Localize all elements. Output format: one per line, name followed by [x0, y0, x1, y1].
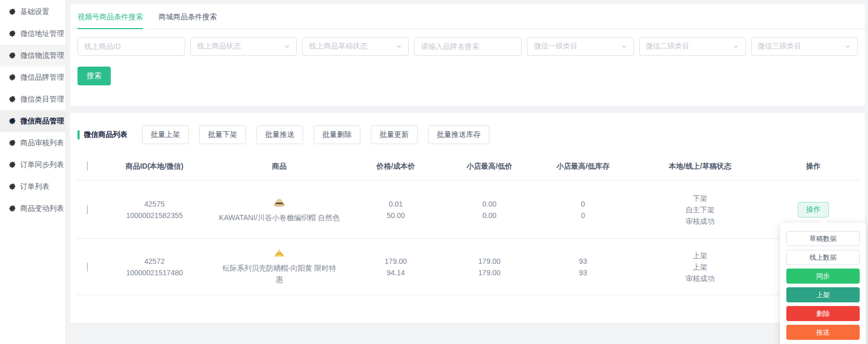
gear-icon	[9, 162, 16, 169]
chevron-down-icon	[284, 43, 290, 49]
gear-icon	[9, 206, 16, 212]
list-title: 微信商品列表	[84, 130, 127, 139]
batch-update-button[interactable]: 批量更新	[371, 125, 418, 144]
section-accent-bar	[77, 130, 80, 139]
chevron-down-icon	[733, 43, 739, 49]
batch-delete-button[interactable]: 批量删除	[314, 125, 360, 144]
search-panel: 视频号商品条件搜索 商城商品条件搜索 线上商品状态 线上商品草稿状态 微信一级类…	[70, 4, 865, 106]
tab-video-product-search[interactable]: 视频号商品条件搜索	[77, 12, 143, 29]
menu-item-draft-data[interactable]: 草稿数据	[786, 231, 860, 246]
sidebar: 基础设置 微信地址管理 微信物流管理 微信品牌管理 微信类目管理 微信商品管理 …	[0, 0, 66, 344]
sidebar-item-label: 微信商品管理	[20, 117, 64, 126]
sidebar-item-product-change-list[interactable]: 商品变动列表	[0, 198, 66, 220]
status-cell: 下架 自主下架 审核成功	[630, 193, 770, 227]
chevron-down-icon	[845, 43, 851, 49]
wechat-level3-category-select[interactable]: 微信三级类目	[751, 37, 858, 56]
col-product: 商品	[210, 160, 349, 172]
sidebar-item-wechat-address[interactable]: 微信地址管理	[0, 23, 66, 45]
batch-push-button[interactable]: 批量推送	[256, 125, 303, 144]
product-image[interactable]	[273, 196, 286, 211]
shop-price-cell: 179.00 179.00	[443, 256, 536, 278]
wechat-level1-category-select[interactable]: 微信一级类目	[527, 37, 633, 56]
sidebar-item-label: 微信物流管理	[20, 51, 64, 60]
search-button[interactable]: 搜索	[77, 67, 111, 85]
table-row: 42572 10000021517480 纭际系列贝壳防晒帽-向阳黄 限时特惠 …	[75, 239, 860, 295]
online-product-draft-status-select[interactable]: 线上商品草稿状态	[302, 37, 409, 56]
chevron-down-icon	[396, 43, 402, 49]
sidebar-item-label: 商品审核列表	[20, 138, 64, 148]
row-checkbox[interactable]	[87, 205, 88, 214]
select-all-checkbox[interactable]	[87, 161, 88, 171]
menu-item-onshelf[interactable]: 上架	[786, 287, 860, 302]
online-product-status-select[interactable]: 线上商品状态	[190, 37, 297, 56]
table-header-row: 商品ID(本地/微信) 商品 价格/成本价 小店最高/低价 小店最高/低库存 本…	[75, 151, 860, 181]
gear-icon	[9, 184, 16, 190]
gear-icon	[9, 118, 16, 125]
menu-item-delete[interactable]: 删除	[786, 306, 860, 321]
col-shop-stock: 小店最高/低库存	[536, 160, 630, 172]
sidebar-item-order-sync-list[interactable]: 订单同步列表	[0, 154, 66, 176]
menu-item-sync[interactable]: 同步	[786, 269, 860, 284]
col-shop-price: 小店最高/低价	[443, 160, 536, 172]
gear-icon	[9, 140, 16, 147]
menu-item-push[interactable]: 推送	[786, 325, 860, 340]
list-header: 微信商品列表 批量上架 批量下架 批量推送 批量删除 批量更新 批量推送库存	[70, 113, 865, 144]
batch-push-stock-button[interactable]: 批量推送库存	[428, 125, 489, 144]
brand-name-search-input[interactable]	[414, 37, 522, 56]
tab-mall-product-search[interactable]: 商城商品条件搜索	[159, 12, 217, 29]
product-id-cell: 42572 10000021517480	[99, 256, 210, 278]
sidebar-item-label: 订单列表	[20, 182, 49, 192]
gear-icon	[9, 53, 16, 59]
sidebar-item-label: 微信地址管理	[20, 29, 64, 39]
row-action-button[interactable]: 操作	[798, 202, 829, 218]
batch-offshelf-button[interactable]: 批量下架	[199, 125, 246, 144]
shop-stock-cell: 0 0	[536, 198, 630, 221]
gear-icon	[9, 9, 16, 16]
col-status: 本地/线上/草稿状态	[630, 160, 770, 172]
product-id-cell: 42575 10000021582355	[99, 198, 210, 221]
col-price-cost: 价格/成本价	[349, 160, 443, 172]
product-list-panel: 微信商品列表 批量上架 批量下架 批量推送 批量删除 批量更新 批量推送库存 商…	[70, 113, 865, 323]
gear-icon	[9, 74, 16, 81]
product-name[interactable]: KAWATANI/川谷小卷檐编织帽 自然色	[219, 212, 340, 223]
product-image[interactable]	[273, 248, 286, 261]
sidebar-item-wechat-category[interactable]: 微信类目管理	[0, 88, 66, 110]
col-action: 操作	[770, 160, 857, 172]
status-cell: 上架 上架 审核成功	[630, 250, 770, 284]
batch-onshelf-button[interactable]: 批量上架	[142, 125, 189, 144]
sidebar-item-label: 商品变动列表	[20, 204, 64, 213]
tab-bar: 视频号商品条件搜索 商城商品条件搜索	[70, 4, 865, 29]
shop-price-cell: 0.00 0.00	[443, 198, 536, 221]
product-table: 商品ID(本地/微信) 商品 价格/成本价 小店最高/低价 小店最高/低库存 本…	[75, 151, 860, 295]
col-product-id: 商品ID(本地/微信)	[99, 160, 210, 172]
sidebar-item-basic-settings[interactable]: 基础设置	[0, 1, 66, 23]
sidebar-item-label: 微信品牌管理	[20, 73, 64, 82]
gear-icon	[9, 96, 16, 103]
sidebar-item-wechat-logistics[interactable]: 微信物流管理	[0, 45, 66, 67]
chevron-down-icon	[621, 43, 627, 49]
wechat-level2-category-select[interactable]: 微信二级类目	[639, 37, 746, 56]
price-cost-cell: 0.01 50.00	[349, 198, 443, 221]
row-checkbox[interactable]	[87, 262, 88, 272]
app-screen: 基础设置 微信地址管理 微信物流管理 微信品牌管理 微信类目管理 微信商品管理 …	[0, 0, 868, 344]
sidebar-item-label: 订单同步列表	[20, 160, 64, 170]
product-name[interactable]: 纭际系列贝壳防晒帽-向阳黄 限时特惠	[219, 262, 340, 285]
product-cell: KAWATANI/川谷小卷檐编织帽 自然色	[210, 193, 349, 226]
sidebar-item-wechat-product[interactable]: 微信商品管理	[0, 110, 66, 132]
sidebar-item-label: 基础设置	[20, 7, 49, 17]
menu-item-online-data[interactable]: 线上数据	[786, 250, 860, 265]
product-cell: 纭际系列贝壳防晒帽-向阳黄 限时特惠	[210, 245, 349, 288]
shop-stock-cell: 93 93	[536, 256, 630, 278]
gear-icon	[9, 31, 16, 37]
action-dropdown-menu: 草稿数据 线上数据 同步 上架 删除 推送	[780, 223, 866, 344]
sidebar-item-wechat-brand[interactable]: 微信品牌管理	[0, 67, 66, 88]
sidebar-item-order-list[interactable]: 订单列表	[0, 176, 66, 198]
price-cost-cell: 179.00 94.14	[349, 256, 443, 278]
sidebar-item-label: 微信类目管理	[20, 95, 64, 104]
sidebar-item-product-review-list[interactable]: 商品审核列表	[0, 132, 66, 154]
table-row: 42575 10000021582355 KAWATANI/川谷小卷檐编织帽 自…	[75, 181, 860, 239]
filter-row: 线上商品状态 线上商品草稿状态 微信一级类目 微信二级类目 微信三级类目	[77, 37, 858, 56]
online-product-id-input[interactable]	[77, 37, 185, 56]
